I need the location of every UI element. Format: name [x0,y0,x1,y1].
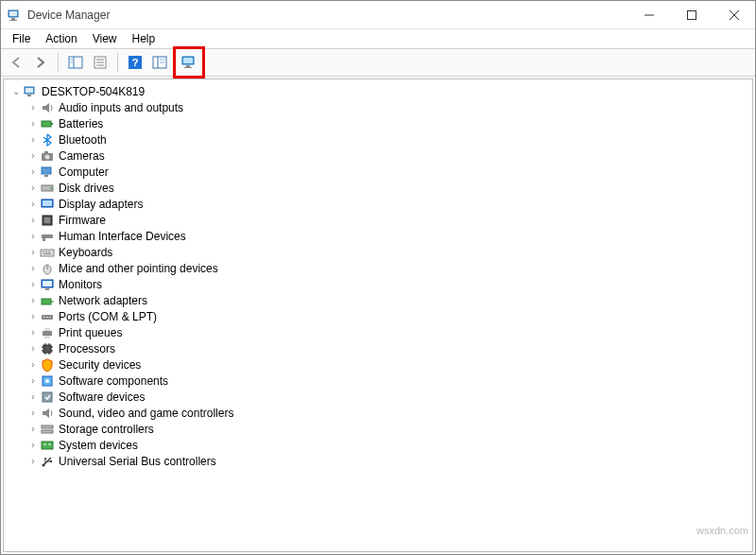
tree-category-row[interactable]: ›System devices [6,437,750,453]
tree-category-row[interactable]: ›Print queues [6,324,750,340]
tree-category-row[interactable]: ›Storage controllers [6,421,750,437]
expand-collapse-icon[interactable]: › [26,118,40,129]
tree-category-row[interactable]: ›Bluetooth [6,131,750,147]
tree-category-row[interactable]: ›Batteries [6,115,750,131]
menu-action[interactable]: Action [38,30,84,47]
tree-category-label: Software devices [59,390,145,404]
toolbar-separator [58,53,59,72]
tree-category-row[interactable]: ›Network adapters [6,292,750,308]
menu-view[interactable]: View [85,30,125,47]
tree-category-row[interactable]: ›Software devices [6,389,750,405]
device-category-icon [40,181,55,196]
tree-category-label: Disk drives [59,182,114,195]
tree-category-row[interactable]: ›Monitors [6,276,750,292]
device-category-icon [40,390,55,405]
properties-button[interactable] [89,51,112,74]
svg-rect-44 [41,250,54,256]
expand-collapse-icon[interactable]: › [26,247,40,257]
device-category-icon [40,422,55,437]
tree-category-label: Mice and other pointing devices [59,262,218,275]
device-category-icon [40,325,55,340]
expand-collapse-icon[interactable]: › [26,215,40,225]
expand-collapse-icon[interactable]: › [26,231,40,241]
expand-collapse-icon[interactable]: › [26,440,40,450]
expand-collapse-icon[interactable]: › [26,375,40,386]
expand-collapse-icon[interactable]: › [26,279,40,289]
expand-collapse-icon[interactable]: › [26,359,40,370]
tree-category-label: Audio inputs and outputs [59,101,183,114]
tree-category-row[interactable]: ›Audio inputs and outputs [6,99,750,115]
expand-collapse-icon[interactable]: › [26,424,40,434]
tree-category-row[interactable]: ›Computer [6,164,750,180]
scan-for-hardware-changes-button[interactable] [178,51,200,74]
svg-rect-10 [70,59,73,61]
svg-rect-61 [44,328,50,331]
expand-collapse-icon[interactable]: › [26,182,40,193]
svg-point-85 [44,458,46,460]
svg-rect-78 [43,443,46,445]
expand-collapse-icon[interactable]: › [26,408,40,418]
svg-rect-24 [186,65,190,67]
tree-category-label: Batteries [59,117,103,130]
action-button[interactable] [148,51,171,74]
tree-category-row[interactable]: ›Cameras [6,147,750,164]
titlebar: Device Manager [1,1,755,29]
tree-category-row[interactable]: ›Security devices [6,356,750,373]
device-category-icon [40,100,55,115]
minimize-button[interactable] [627,1,670,29]
svg-rect-39 [43,200,52,206]
svg-rect-79 [48,443,51,445]
svg-rect-28 [27,95,31,96]
tree-category-label: Universal Serial Bus controllers [59,455,216,468]
svg-point-59 [49,316,51,318]
forward-button[interactable] [29,51,52,74]
expand-collapse-icon[interactable]: › [26,311,40,321]
tree-category-row[interactable]: ›Sound, video and game controllers [6,405,750,421]
tree-category-label: Computer [59,165,109,179]
svg-rect-2 [11,18,15,20]
tree-root-label: DESKTOP-504K819 [42,85,145,98]
svg-rect-74 [43,392,52,402]
tree-category-row[interactable]: ›Processors [6,340,750,356]
back-button[interactable] [5,51,27,74]
tree-category-label: Software components [59,374,168,388]
device-tree[interactable]: ⌄ DESKTOP-504K819 ›Audio inputs and outp… [3,78,753,552]
tree-category-row[interactable]: ›Keyboards [6,244,750,260]
menu-file[interactable]: File [5,30,38,47]
expand-collapse-icon[interactable]: › [26,199,40,209]
expand-collapse-icon[interactable]: ⌄ [9,86,23,96]
device-category-icon [40,165,55,180]
menu-help[interactable]: Help [125,30,163,47]
tree-category-row[interactable]: ›Disk drives [6,180,750,196]
tree-category-row[interactable]: ›Human Interface Devices [6,228,750,244]
tree-category-row[interactable]: ›Software components [6,373,750,389]
expand-collapse-icon[interactable]: › [26,295,40,305]
expand-collapse-icon[interactable]: › [26,134,40,145]
expand-collapse-icon[interactable]: › [26,327,40,338]
tree-category-label: Security devices [59,358,141,372]
expand-collapse-icon[interactable]: › [26,343,40,354]
tree-category-row[interactable]: ›Firmware [6,212,750,228]
svg-rect-83 [50,460,52,462]
svg-rect-21 [160,61,164,63]
expand-collapse-icon[interactable]: › [26,150,40,161]
svg-rect-76 [42,430,53,433]
show-hide-console-tree-button[interactable] [64,51,87,74]
expand-collapse-icon[interactable]: › [26,263,40,273]
expand-collapse-icon[interactable]: › [26,166,40,177]
tree-category-row[interactable]: ›Display adapters [6,196,750,212]
tree-category-row[interactable]: ›Ports (COM & LPT) [6,308,750,324]
expand-collapse-icon[interactable]: › [26,456,40,466]
tree-category-label: Bluetooth [59,133,107,147]
svg-rect-41 [44,217,50,223]
tree-category-row[interactable]: ›Mice and other pointing devices [6,260,750,276]
tree-category-label: Processors [59,342,115,356]
close-button[interactable] [713,1,755,29]
expand-collapse-icon[interactable]: › [26,102,40,113]
maximize-button[interactable] [670,1,713,29]
help-button[interactable]: ? [124,51,146,74]
expand-collapse-icon[interactable]: › [26,391,40,402]
tree-root-row[interactable]: ⌄ DESKTOP-504K819 [6,83,750,99]
device-category-icon [40,406,55,421]
tree-category-row[interactable]: ›Universal Serial Bus controllers [6,453,750,469]
